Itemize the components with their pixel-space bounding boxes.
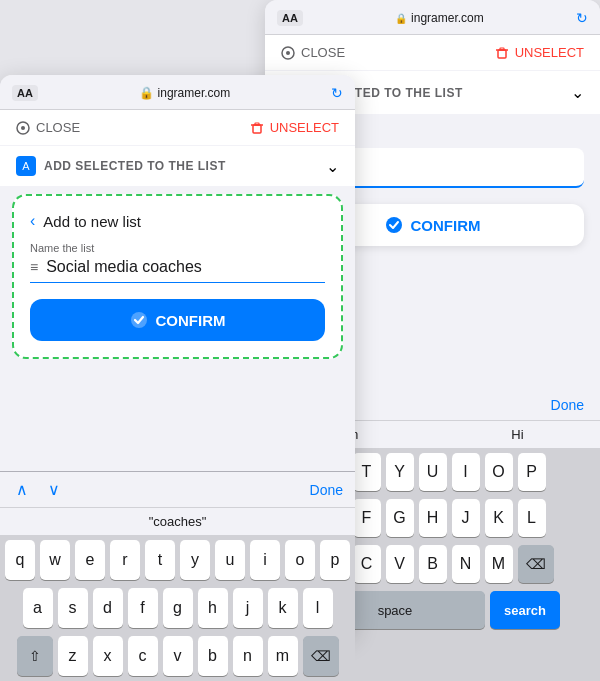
front-key-n[interactable]: n [233,636,263,676]
front-key-r[interactable]: r [110,540,140,580]
front-key-k[interactable]: k [268,588,298,628]
back-key-c[interactable]: C [353,545,381,583]
back-done-button[interactable]: Done [551,397,584,413]
back-key-l[interactable]: L [518,499,546,537]
front-address-bar: AA 🔒 ingramer.com ↻ [0,75,355,110]
back-key-k[interactable]: K [485,499,513,537]
front-unselect-label: UNSELECT [270,120,339,135]
front-key-y[interactable]: y [180,540,210,580]
front-checkmark-circle-icon [130,311,148,329]
back-key-j[interactable]: J [452,499,480,537]
front-key-i[interactable]: i [250,540,280,580]
front-new-list-panel: ‹ Add to new list Name the list ≡ Social… [12,194,343,359]
front-lock-icon: 🔒 [139,86,154,100]
back-key-n[interactable]: N [452,545,480,583]
front-aa-button[interactable]: AA [12,85,38,101]
front-suggest-1[interactable]: "coaches" [149,514,207,529]
svg-rect-10 [255,123,259,125]
front-reload-button[interactable]: ↻ [331,85,343,101]
front-kb-row-2: a s d f g h j k l [0,584,355,632]
front-kb-row-1: q w e r t y u i o p [0,536,355,584]
back-reload-button[interactable]: ↻ [576,10,588,26]
front-trash-icon [250,121,264,135]
back-confirm-label: CONFIRM [411,217,481,234]
front-add-list-text: ADD SELECTED TO THE LIST [44,159,226,173]
svg-rect-8 [253,125,261,133]
back-key-t[interactable]: T [353,453,381,491]
front-key-m[interactable]: m [268,636,298,676]
front-kb-done-button[interactable]: Done [310,482,343,498]
back-key-v[interactable]: V [386,545,414,583]
front-close-button[interactable]: CLOSE [16,120,80,135]
front-key-g[interactable]: g [163,588,193,628]
back-backspace-key[interactable]: ⌫ [518,545,554,583]
front-url-text: ingramer.com [158,86,231,100]
front-gear-icon [16,121,30,135]
svg-rect-4 [500,48,504,50]
front-kb-up-arrow[interactable]: ∧ [12,478,32,501]
front-add-list-icon: A [16,156,36,176]
front-keyboard-toolbar: ∧ ∨ Done [0,472,355,508]
front-key-f[interactable]: f [128,588,158,628]
front-add-list-bar[interactable]: A ADD SELECTED TO THE LIST ⌄ [0,146,355,186]
back-key-f[interactable]: F [353,499,381,537]
front-key-b[interactable]: b [198,636,228,676]
front-url-bar[interactable]: 🔒 ingramer.com [139,86,231,100]
front-key-z[interactable]: z [58,636,88,676]
front-kb-down-arrow[interactable]: ∨ [44,478,64,501]
front-key-e[interactable]: e [75,540,105,580]
back-key-h[interactable]: H [419,499,447,537]
back-aa-button[interactable]: AA [277,10,303,26]
front-key-j[interactable]: j [233,588,263,628]
front-keyboard: ∧ ∨ Done "coaches" q w e r t y u i o p a… [0,471,355,681]
front-key-w[interactable]: w [40,540,70,580]
front-field-row: ≡ Social media coaches [30,258,325,283]
back-key-p[interactable]: P [518,453,546,491]
front-unselect-button[interactable]: UNSELECT [250,120,339,135]
back-unselect-button[interactable]: UNSELECT [495,45,584,60]
front-key-h[interactable]: h [198,588,228,628]
back-key-o[interactable]: O [485,453,513,491]
front-backspace-key[interactable]: ⌫ [303,636,339,676]
back-search-key[interactable]: search [490,591,560,629]
front-key-l[interactable]: l [303,588,333,628]
front-back-chevron-icon[interactable]: ‹ [30,212,35,230]
back-close-button[interactable]: CLOSE [281,45,345,60]
back-key-m[interactable]: M [485,545,513,583]
back-key-g[interactable]: G [386,499,414,537]
front-toolbar: CLOSE UNSELECT [0,110,355,145]
back-chevron-icon: ⌄ [571,83,584,102]
back-checkmark-circle-icon [385,216,403,234]
front-key-q[interactable]: q [5,540,35,580]
back-key-y[interactable]: Y [386,453,414,491]
front-key-u[interactable]: u [215,540,245,580]
svg-rect-2 [498,50,506,58]
back-toolbar: CLOSE UNSELECT [265,35,600,70]
front-confirm-label: CONFIRM [156,312,226,329]
back-key-b[interactable]: B [419,545,447,583]
back-suggest-2[interactable]: Hi [511,427,523,442]
front-key-a[interactable]: a [23,588,53,628]
front-key-o[interactable]: o [285,540,315,580]
svg-point-11 [131,312,147,328]
front-add-new-label: Add to new list [43,213,141,230]
front-shift-key[interactable]: ⇧ [17,636,53,676]
back-url-bar[interactable]: 🔒 ingramer.com [395,11,484,25]
svg-point-1 [286,51,290,55]
back-address-bar: AA 🔒 ingramer.com ↻ [265,0,600,35]
front-key-x[interactable]: x [93,636,123,676]
front-list-field-value[interactable]: Social media coaches [46,258,325,276]
front-key-c[interactable]: c [128,636,158,676]
back-key-u[interactable]: U [419,453,447,491]
front-key-t[interactable]: t [145,540,175,580]
back-gear-icon [281,46,295,60]
front-confirm-button[interactable]: CONFIRM [30,299,325,341]
back-key-i[interactable]: I [452,453,480,491]
front-close-label: CLOSE [36,120,80,135]
front-list-field-icon: ≡ [30,259,38,275]
front-key-s[interactable]: s [58,588,88,628]
front-key-d[interactable]: d [93,588,123,628]
svg-point-7 [21,126,25,130]
front-key-p[interactable]: p [320,540,350,580]
front-key-v[interactable]: v [163,636,193,676]
